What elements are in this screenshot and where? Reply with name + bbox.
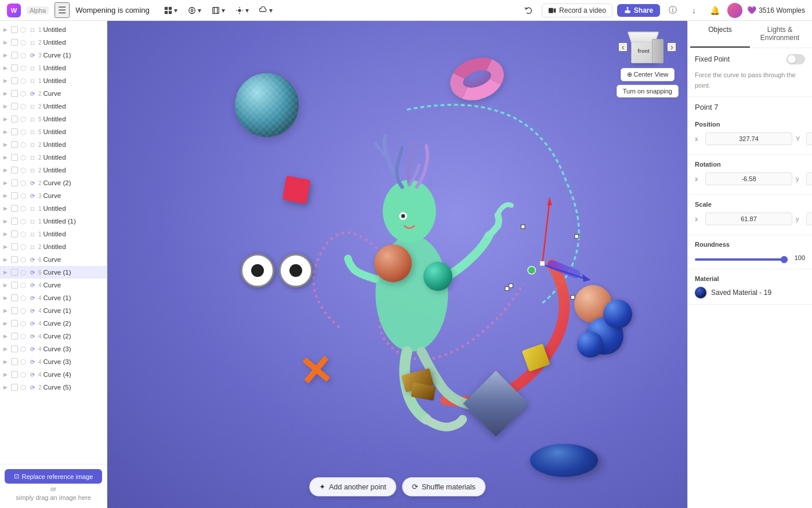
scale-x-input[interactable] — [705, 212, 792, 225]
layer-item[interactable]: ▶ ◯ □ 2 Untitled — [0, 36, 107, 49]
layer-item[interactable]: ▶ ◯ □ 2 Untitled — [0, 240, 107, 253]
undo-btn[interactable] — [521, 2, 537, 19]
tab-objects[interactable]: Objects — [690, 21, 750, 48]
layer-item[interactable]: ▶ ◯ ⟳ 4 Curve (4) — [0, 368, 107, 381]
layer-eye-icon[interactable]: ◯ — [20, 52, 27, 59]
layer-item[interactable]: ▶ ◯ □ 2 Untitled — [0, 100, 107, 113]
layer-visibility-check[interactable] — [11, 269, 18, 276]
layer-item[interactable]: ▶ ◯ ⟳ 2 Curve (2) — [0, 176, 107, 189]
layer-visibility-check[interactable] — [11, 52, 18, 59]
snapping-btn[interactable]: Turn on snapping — [617, 85, 679, 98]
layer-item[interactable]: ▶ ◯ □ 1 Untitled — [0, 62, 107, 74]
menu-hamburger[interactable]: ☰ — [55, 2, 70, 18]
replace-reference-btn[interactable]: ⊡ Replace reference image — [5, 469, 102, 484]
layer-eye-icon[interactable]: ◯ — [20, 116, 27, 123]
layer-visibility-check[interactable] — [11, 77, 18, 84]
target-tool-btn[interactable]: ▾ — [184, 5, 205, 16]
layer-item[interactable]: ▶ ◯ □ 5 Untitled — [0, 125, 107, 138]
layer-eye-icon[interactable]: ◯ — [20, 167, 27, 174]
scale-y-input[interactable] — [806, 212, 812, 225]
layer-eye-icon[interactable]: ◯ — [20, 218, 27, 225]
frame-tool-btn[interactable]: ▾ — [208, 5, 229, 16]
view-cube-left-arrow[interactable]: ‹ — [618, 42, 628, 52]
layer-eye-icon[interactable]: ◯ — [20, 103, 27, 110]
layer-visibility-check[interactable] — [11, 192, 18, 199]
notification-btn[interactable]: 🔔 — [706, 2, 723, 19]
layer-eye-icon[interactable]: ◯ — [20, 333, 27, 340]
layer-eye-icon[interactable]: ◯ — [20, 294, 27, 301]
layer-eye-icon[interactable]: ◯ — [20, 282, 27, 289]
layer-visibility-check[interactable] — [11, 320, 18, 327]
grid-tool-btn[interactable]: ▾ — [160, 5, 182, 16]
material-swatch[interactable]: Saved Material - 19 — [695, 287, 805, 298]
layer-visibility-check[interactable] — [11, 294, 18, 301]
layer-visibility-check[interactable] — [11, 154, 18, 161]
rot-y-input[interactable] — [806, 172, 812, 185]
download-btn[interactable]: ↓ — [686, 2, 702, 19]
layer-item[interactable]: ▶ ◯ ⟳ 3 Curve (1) — [0, 49, 107, 62]
center-view-btn[interactable]: ⊕ Center View — [621, 68, 675, 81]
layer-visibility-check[interactable] — [11, 90, 18, 97]
layer-item[interactable]: ▶ ◯ □ 2 Untitled — [0, 164, 107, 176]
layer-eye-icon[interactable]: ◯ — [20, 384, 27, 391]
layer-eye-icon[interactable]: ◯ — [20, 320, 27, 327]
layer-visibility-check[interactable] — [11, 218, 18, 225]
layer-item[interactable]: ▶ ◯ ⟳ 4 Curve (1) — [0, 291, 107, 304]
layer-item[interactable]: ▶ ◯ □ 1 Untitled — [0, 23, 107, 36]
layer-visibility-check[interactable] — [11, 307, 18, 314]
layer-eye-icon[interactable]: ◯ — [20, 371, 27, 378]
layer-eye-icon[interactable]: ◯ — [20, 243, 27, 250]
layer-visibility-check[interactable] — [11, 141, 18, 148]
layer-item[interactable]: ▶ ◯ ⟳ 4 Curve (3) — [0, 343, 107, 355]
layer-item[interactable]: ▶ ◯ ⟳ 4 Curve (2) — [0, 317, 107, 330]
tab-lights[interactable]: Lights & Environment — [750, 21, 810, 48]
roundness-slider[interactable] — [695, 258, 788, 261]
layer-visibility-check[interactable] — [11, 167, 18, 174]
layer-eye-icon[interactable]: ◯ — [20, 64, 27, 71]
add-point-btn[interactable]: ✦ Add another point — [309, 477, 396, 496]
layer-visibility-check[interactable] — [11, 179, 18, 186]
layer-visibility-check[interactable] — [11, 243, 18, 250]
layer-eye-icon[interactable]: ◯ — [20, 26, 27, 33]
layer-visibility-check[interactable] — [11, 345, 18, 352]
layer-visibility-check[interactable] — [11, 205, 18, 212]
canvas-area[interactable]: ✕ ‹ — [107, 21, 687, 508]
layer-item[interactable]: ▶ ◯ ⟳ 2 Curve (5) — [0, 381, 107, 394]
layer-eye-icon[interactable]: ◯ — [20, 205, 27, 212]
layer-item[interactable]: ▶ ◯ □ 2 Untitled — [0, 151, 107, 164]
layer-item[interactable]: ▶ ◯ □ 1 Untitled — [0, 202, 107, 215]
layer-eye-icon[interactable]: ◯ — [20, 141, 27, 148]
layer-item[interactable]: ▶ ◯ ⟳ 4 Curve (2) — [0, 330, 107, 343]
shuffle-materials-btn[interactable]: ⟳ Shuffle materials — [402, 477, 485, 496]
layer-eye-icon[interactable]: ◯ — [20, 192, 27, 199]
layer-visibility-check[interactable] — [11, 64, 18, 71]
layer-item[interactable]: ▶ ◯ ⟳ 4 Curve — [0, 279, 107, 291]
fixed-point-toggle[interactable] — [786, 54, 805, 64]
layer-visibility-check[interactable] — [11, 333, 18, 340]
layer-visibility-check[interactable] — [11, 384, 18, 391]
layer-item[interactable]: ▶ ◯ ⟳ 6 Curve (1) — [0, 266, 107, 279]
layer-eye-icon[interactable]: ◯ — [20, 39, 27, 46]
layer-visibility-check[interactable] — [11, 116, 18, 123]
pos-x-input[interactable] — [705, 132, 792, 145]
rot-x-input[interactable] — [705, 172, 792, 185]
share-btn[interactable]: Share — [617, 4, 660, 17]
layer-item[interactable]: ▶ ◯ □ 2 Untitled — [0, 138, 107, 151]
layer-visibility-check[interactable] — [11, 39, 18, 46]
layer-item[interactable]: ▶ ◯ ⟳ 3 Curve — [0, 189, 107, 202]
layer-eye-icon[interactable]: ◯ — [20, 269, 27, 276]
layer-eye-icon[interactable]: ◯ — [20, 179, 27, 186]
layer-item[interactable]: ▶ ◯ □ 1 Untitled — [0, 74, 107, 87]
layer-visibility-check[interactable] — [11, 230, 18, 237]
layer-item[interactable]: ▶ ◯ ⟳ 6 Curve — [0, 253, 107, 266]
layer-eye-icon[interactable]: ◯ — [20, 307, 27, 314]
layer-item[interactable]: ▶ ◯ ⟳ 4 Curve (3) — [0, 355, 107, 368]
layer-visibility-check[interactable] — [11, 128, 18, 135]
layer-eye-icon[interactable]: ◯ — [20, 77, 27, 84]
layer-visibility-check[interactable] — [11, 256, 18, 263]
layer-item[interactable]: ▶ ◯ ⟳ 4 Curve (1) — [0, 304, 107, 317]
layer-eye-icon[interactable]: ◯ — [20, 358, 27, 365]
record-video-btn[interactable]: Record a video — [542, 3, 612, 17]
layer-eye-icon[interactable]: ◯ — [20, 128, 27, 135]
layer-visibility-check[interactable] — [11, 26, 18, 33]
